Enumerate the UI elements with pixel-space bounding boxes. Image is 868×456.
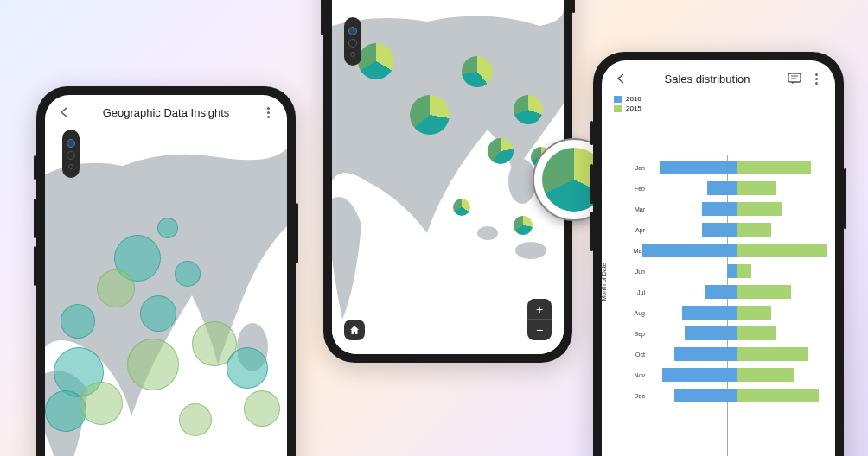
camera-module bbox=[344, 17, 361, 66]
map-pie-marker[interactable] bbox=[488, 138, 514, 164]
bar-2015[interactable] bbox=[737, 223, 771, 237]
bar-chart[interactable]: Month of Date $40,000$30,000$20,000$10,0… bbox=[628, 155, 827, 456]
map-bubble[interactable] bbox=[80, 382, 123, 425]
back-icon[interactable] bbox=[614, 72, 628, 86]
phone-mockup-sales-distribution: Sales distribution 2016 2015 Month of Da… bbox=[593, 52, 844, 456]
bar-2016[interactable] bbox=[705, 285, 737, 299]
svg-rect-4 bbox=[788, 73, 801, 82]
map-bubble[interactable] bbox=[157, 218, 178, 238]
map-bubble[interactable] bbox=[127, 339, 179, 390]
phone-power-button bbox=[296, 203, 298, 263]
bar-2015[interactable] bbox=[737, 181, 776, 195]
phone-side-button bbox=[590, 121, 593, 145]
map-pie-marker[interactable] bbox=[462, 56, 493, 87]
map-bubble[interactable] bbox=[227, 347, 268, 389]
phone-volume-up bbox=[590, 164, 593, 204]
bar-2016[interactable] bbox=[642, 244, 737, 257]
map-bubble[interactable] bbox=[97, 269, 135, 307]
chart-row[interactable]: May bbox=[647, 242, 827, 259]
map-pie-marker[interactable] bbox=[514, 216, 533, 235]
phone-mockup-geographic-pies: + − bbox=[323, 0, 572, 363]
legend-item-2015: 2015 bbox=[614, 104, 641, 112]
bar-2015[interactable] bbox=[737, 161, 811, 174]
bar-2015[interactable] bbox=[737, 285, 791, 299]
month-label: Dec bbox=[628, 393, 645, 399]
month-label: Sep bbox=[628, 331, 645, 337]
svg-point-2 bbox=[477, 226, 498, 240]
map-home-button[interactable] bbox=[344, 320, 365, 340]
more-icon[interactable] bbox=[809, 72, 823, 86]
month-label: Apr bbox=[628, 227, 645, 233]
map-zoom-control: + − bbox=[527, 299, 552, 340]
zoom-out-button[interactable]: − bbox=[527, 320, 552, 340]
chart-row[interactable]: Sep bbox=[647, 325, 827, 342]
map-bubble[interactable] bbox=[61, 304, 95, 339]
map-pie-marker[interactable] bbox=[410, 95, 450, 135]
chart-row[interactable]: Jul bbox=[647, 283, 827, 301]
bar-2015[interactable] bbox=[737, 347, 808, 361]
legend-label: 2016 bbox=[626, 95, 641, 103]
zoom-in-button[interactable]: + bbox=[527, 299, 552, 320]
bar-2016[interactable] bbox=[727, 264, 737, 278]
bar-2015[interactable] bbox=[737, 368, 794, 382]
chart-row[interactable]: Nov bbox=[647, 366, 827, 383]
bar-2016[interactable] bbox=[685, 326, 737, 340]
bar-2015[interactable] bbox=[737, 202, 782, 216]
bar-2016[interactable] bbox=[702, 202, 737, 216]
chart-row[interactable]: Apr bbox=[647, 221, 827, 238]
month-label: Aug bbox=[628, 310, 645, 316]
chart-legend: 2016 2015 bbox=[614, 95, 641, 114]
app-header: Sales distribution bbox=[602, 60, 835, 92]
bar-2016[interactable] bbox=[674, 389, 737, 402]
legend-swatch bbox=[614, 105, 622, 112]
bar-2016[interactable] bbox=[674, 347, 737, 361]
more-icon[interactable] bbox=[261, 105, 275, 119]
map-pie-marker[interactable] bbox=[453, 199, 470, 216]
comment-icon[interactable] bbox=[787, 71, 802, 86]
svg-point-3 bbox=[515, 242, 546, 259]
bar-2015[interactable] bbox=[737, 306, 771, 320]
map-bubble[interactable] bbox=[244, 390, 280, 427]
phone-volume-up bbox=[34, 199, 36, 238]
chart-row[interactable]: Mar bbox=[647, 200, 827, 218]
phone-volume-down bbox=[321, 0, 323, 35]
chart-row[interactable]: Jan bbox=[647, 159, 827, 176]
map-bubble[interactable] bbox=[140, 295, 176, 332]
phone-screen: + − bbox=[332, 0, 564, 354]
back-icon[interactable] bbox=[57, 105, 71, 119]
month-label: Jun bbox=[628, 269, 645, 275]
map-canvas[interactable]: + − bbox=[332, 9, 564, 354]
camera-module bbox=[62, 130, 80, 178]
chart-row[interactable]: Feb bbox=[647, 180, 827, 197]
month-label: Feb bbox=[628, 186, 645, 192]
map-canvas[interactable] bbox=[45, 123, 287, 456]
bar-2016[interactable] bbox=[707, 181, 737, 195]
bar-2016[interactable] bbox=[662, 368, 737, 382]
chart-row[interactable]: Dec bbox=[647, 387, 827, 404]
month-label: Mar bbox=[628, 206, 645, 212]
chart-row[interactable]: Jun bbox=[647, 263, 827, 280]
map-bubble[interactable] bbox=[179, 403, 212, 436]
month-label: Jul bbox=[628, 289, 645, 295]
bar-2015[interactable] bbox=[737, 326, 776, 340]
bar-2016[interactable] bbox=[660, 161, 737, 174]
legend-label: 2015 bbox=[626, 104, 641, 112]
bar-2015[interactable] bbox=[737, 264, 751, 278]
month-label: Jan bbox=[628, 165, 645, 171]
page-title: Geographic Data Insights bbox=[71, 106, 261, 119]
map-pie-marker[interactable] bbox=[514, 95, 543, 124]
phone-side-button bbox=[34, 155, 36, 180]
page-title: Sales distribution bbox=[628, 73, 787, 86]
map-pie-marker[interactable] bbox=[358, 43, 394, 79]
month-label: Nov bbox=[628, 372, 645, 378]
bar-2016[interactable] bbox=[702, 223, 737, 237]
chart-row[interactable]: Aug bbox=[647, 304, 827, 321]
month-label: Oct bbox=[628, 352, 645, 358]
bar-2015[interactable] bbox=[737, 244, 827, 257]
chart-row[interactable]: Oct bbox=[647, 345, 827, 363]
bar-2016[interactable] bbox=[682, 306, 737, 320]
map-bubble[interactable] bbox=[175, 261, 201, 287]
legend-swatch bbox=[614, 96, 622, 103]
bar-2015[interactable] bbox=[737, 389, 819, 402]
phone-volume-down bbox=[590, 212, 593, 251]
